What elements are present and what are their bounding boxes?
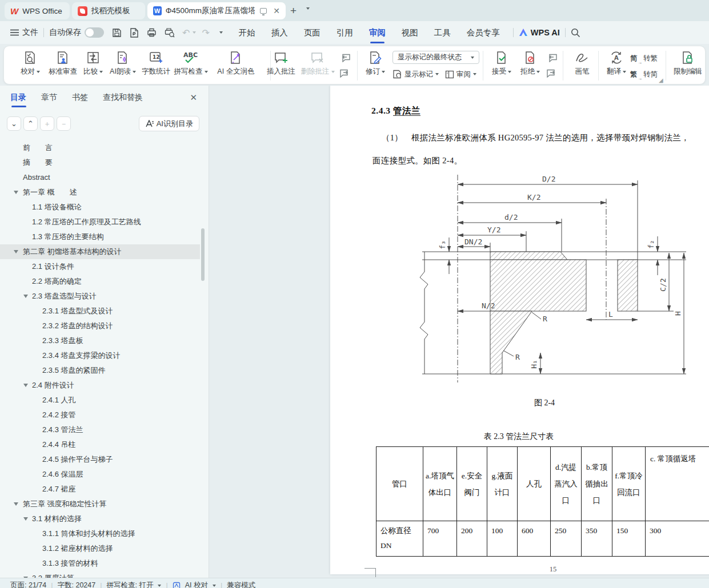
toc-item[interactable]: 3.2 厚度计算 [0,571,200,578]
toc-item[interactable]: 2.3.3 塔盘板 [0,333,200,348]
autosave-control[interactable]: 自动保存 [49,27,104,38]
sidebar-scrollbar[interactable] [201,228,205,281]
toc-item[interactable]: 第三章 强度和稳定性计算 [0,497,200,512]
to-simplified-button[interactable]: 繁 转简 [630,67,658,81]
toc-item[interactable]: 1.2 常压塔的工作原理及工艺路线 [0,215,200,229]
toc-item[interactable]: 2.3 塔盘选型与设计 [0,289,200,304]
toc-item[interactable]: 2.4.7 裙座 [0,482,200,497]
export-pdf-button[interactable] [130,28,139,38]
tab-document[interactable]: W Φ4500mm原油常压蒸馏塔机 ✕ [147,2,286,19]
insert-comment-button[interactable]: 插入批注 [265,51,298,76]
new-tab-button[interactable]: + [290,5,297,17]
proofread-button[interactable]: 校对 [17,51,44,76]
toc-item[interactable]: 2.4.1 人孔 [0,393,200,408]
document-page[interactable]: 2.4.3 管法兰 （1） 根据法兰标准欧洲体系 HG20595-97 法兰的选… [330,86,709,574]
reject-button[interactable]: 拒绝 [517,51,543,76]
menu-member[interactable]: 会员专享 [459,27,508,38]
toc-collapse-arrow-icon[interactable] [14,191,18,194]
tab-contents[interactable]: 目录 [10,92,26,107]
file-menu-button[interactable]: 文件 [10,27,38,38]
toc-item[interactable]: 2.3.2 塔盘的结构设计 [0,319,200,333]
tab-chapters[interactable]: 章节 [41,92,57,107]
toc-collapse-arrow-icon[interactable] [23,384,28,387]
menu-reference[interactable]: 引用 [329,27,361,38]
ai-recognize-toc-button[interactable]: AI识别目录 [139,116,199,131]
toc-item[interactable]: 2.4.4 吊柱 [0,437,200,452]
next-comment-button[interactable] [338,67,353,79]
print-preview-button[interactable] [165,28,175,38]
autosave-toggle[interactable] [85,27,104,38]
toc-collapse-arrow-icon[interactable] [23,295,28,298]
previous-comment-button[interactable] [338,51,353,64]
tab-list-chevron-icon[interactable] [306,7,310,10]
undo-chevron-icon[interactable] [193,31,196,34]
toc-item[interactable]: 2.2 塔高的确定 [0,274,200,289]
track-changes-button[interactable]: 修订 [363,51,388,76]
toc-item[interactable]: 2.3.5 塔盘的紧固件 [0,363,200,378]
collapse-toolbar-chevron-icon[interactable] [219,31,223,34]
toc-item[interactable]: 2.4.3 管法兰 [0,422,200,437]
toc-collapse-up-button[interactable]: ⌃ [23,116,38,131]
accept-button[interactable]: 接受 [488,51,515,76]
tab-docer[interactable]: 找稻壳模板 [72,2,145,19]
toc-zoom-in-button[interactable]: ＋ [40,116,54,131]
close-tab-icon[interactable]: ✕ [273,6,280,15]
toc-zoom-out-button[interactable]: － [57,116,71,131]
translate-button[interactable]: A 翻译 [603,51,630,76]
toc-item[interactable]: 2.1 设计条件 [0,259,200,274]
toc-item[interactable]: 2.4.2 接管 [0,408,200,422]
toc-item[interactable]: 1.3 常压塔的主要结构 [0,229,200,244]
next-change-button[interactable] [544,67,559,79]
toc-item[interactable]: 第一章 概 述 [0,185,200,200]
status-compat-mode[interactable]: 兼容模式 [227,581,255,588]
spell-check-button[interactable]: ABC 拼写检查 [173,51,209,76]
redo-button[interactable]: ↷ [202,27,209,38]
toc-item[interactable]: 2.4.5 操作平台与梯子 [0,452,200,467]
show-markup-button[interactable]: 显示标记 [392,67,439,81]
ai-polish-button[interactable]: AI 全文润色 [209,51,263,76]
toc-item[interactable]: 3.1.1 筒体和封头材料的选择 [0,526,200,541]
status-word-count[interactable]: 字数: 20247 [57,581,95,588]
toc-item[interactable]: 摘 要 [0,155,200,170]
toc-item[interactable]: 3.1.2 裙座材料的选择 [0,541,200,556]
menu-view[interactable]: 视图 [394,27,426,38]
toc-expand-down-button[interactable]: ⌄ [7,116,21,131]
menu-page[interactable]: 页面 [296,27,329,38]
menu-insert[interactable]: 插入 [263,27,296,38]
toc-item[interactable]: 1.1 塔设备概论 [0,200,200,215]
toc-item[interactable]: 3.1.3 接管的材料 [0,556,200,571]
menu-start[interactable]: 开始 [231,27,263,38]
status-spell-chevron-icon[interactable] [158,585,161,587]
status-ai-proof-chevron-icon[interactable] [213,585,216,587]
screen-share-icon[interactable] [260,8,267,14]
toc-item[interactable]: 第二章 初馏塔基本结构的设计 [0,244,200,259]
toc-collapse-arrow-icon[interactable] [14,502,18,506]
previous-change-button[interactable] [544,51,559,64]
standard-review-button[interactable]: 标准审查 [46,51,79,76]
toc-collapse-arrow-icon[interactable] [23,517,28,521]
toc-item[interactable]: 2.3.1 塔盘型式及设计 [0,304,200,319]
undo-button[interactable]: ↶ [182,27,190,38]
wps-ai-button[interactable]: WPS AI [519,28,560,37]
to-traditional-button[interactable]: 简 转繁 [630,51,658,65]
sidebar-close-icon[interactable]: ✕ [190,92,197,103]
tab-wps-home[interactable]: W WPS Office [5,2,70,19]
status-ai-proof[interactable]: AI 校对 [185,581,208,588]
ai-read-button[interactable]: AI朗读 [107,51,139,76]
group-expand-icon[interactable]: ◢ [659,77,663,83]
restrict-editing-button[interactable]: 限制编辑 [669,51,707,76]
delete-comment-button[interactable]: 删除批注 [299,51,337,76]
status-spell-check[interactable]: 拼写检查: 打开 [106,581,153,588]
word-count-button[interactable]: 12 字数统计 [140,51,172,76]
menu-tools[interactable]: 工具 [426,27,459,38]
search-button[interactable] [571,28,580,38]
print-button[interactable] [147,28,157,37]
toc-item[interactable]: 2.3.4 塔盘支撑梁的设计 [0,348,200,363]
toc-collapse-arrow-icon[interactable] [14,250,18,253]
toc-item[interactable]: 2.4 附件设计 [0,378,200,393]
toc-item[interactable]: 3.1 材料的选择 [0,512,200,526]
toc-item[interactable]: 前 言 [0,140,200,155]
markup-state-select[interactable]: 显示标记的最终状态 [392,51,479,64]
status-page[interactable]: 页面: 21/74 [10,581,46,588]
tab-find-replace[interactable]: 查找和替换 [103,92,143,107]
